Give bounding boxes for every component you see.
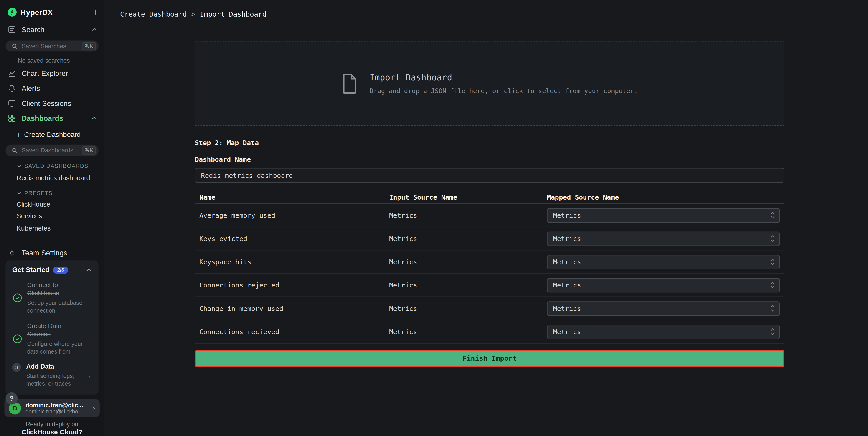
mapped-source-select[interactable]: Metrics (547, 301, 780, 316)
import-dashboard-content: Import Dashboard Drag and drop a JSON fi… (195, 41, 784, 367)
sidebar-item-client-sessions[interactable]: Client Sessions (0, 96, 104, 111)
get-started-item-title: Add Data (26, 362, 80, 371)
row-input-source: Metrics (389, 304, 547, 312)
sidebar-item-chart-explorer[interactable]: Chart Explorer (0, 66, 104, 81)
logo: HyperDX (8, 8, 53, 17)
sidebar-item-label: Dashboards (22, 114, 63, 122)
get-started-item-subtitle: Configure where your data comes from (27, 340, 86, 355)
deploy-banner-line2: ClickHouse Cloud? (0, 428, 104, 436)
dashboards-grid-icon (8, 114, 16, 122)
table-row: Keys evicted Metrics Metrics (195, 227, 784, 250)
row-input-source: Metrics (389, 211, 547, 219)
finish-import-button[interactable]: Finish Import (195, 350, 784, 367)
breadcrumb-current: Import Dashboard (200, 10, 267, 18)
breadcrumb-parent[interactable]: Create Dashboard (120, 10, 187, 18)
saved-dashboards-section-toggle[interactable]: SAVED DASHBOARDS (0, 162, 104, 171)
mapped-source-select[interactable]: Metrics (547, 278, 780, 292)
mapped-source-value: Metrics (553, 304, 581, 312)
sidebar-item-dashboards[interactable]: Dashboards (0, 111, 104, 126)
sidebar-item-search[interactable]: Search (0, 22, 104, 37)
sidebar-item-label: Chart Explorer (22, 69, 68, 78)
dropzone-subtitle: Drag and drop a JSON file here, or click… (370, 87, 638, 95)
get-started-item-sources[interactable]: Create Data Sources Configure where your… (12, 322, 92, 355)
chevron-updown-icon (770, 258, 775, 266)
row-name: Average memory used (195, 211, 389, 219)
get-started-progress-badge: 2/3 (53, 266, 68, 273)
mapped-source-value: Metrics (553, 235, 581, 242)
get-started-item-connect[interactable]: Connect to ClickHouse Set up your databa… (12, 281, 92, 315)
presets-section-toggle[interactable]: PRESETS (0, 188, 104, 198)
check-circle-icon (12, 281, 22, 315)
collapse-sidebar-icon[interactable] (88, 8, 96, 16)
saved-searches-input[interactable]: Saved Searches ⌘K (5, 40, 98, 52)
user-texts: dominic.tran@clic... dominic.tran@clickh… (26, 402, 88, 414)
user-name: dominic.tran@clic... (26, 402, 88, 408)
deploy-banner-line1: Ready to deploy on (0, 420, 104, 427)
chevron-updown-icon (770, 234, 775, 242)
get-started-item-add-data[interactable]: 3 Add Data Start sending logs, metrics, … (12, 362, 92, 388)
chevron-up-icon (91, 27, 97, 33)
chevron-up-icon (86, 267, 92, 273)
table-row: Keyspace hits Metrics Metrics (195, 250, 784, 273)
preset-item-clickhouse[interactable]: ClickHouse (0, 199, 104, 210)
help-button[interactable]: ? (5, 392, 18, 405)
breadcrumb: Create Dashboard > Import Dashboard (120, 10, 267, 18)
step-number-circle: 3 (12, 362, 21, 388)
row-name: Keyspace hits (195, 258, 389, 266)
create-dashboard-button[interactable]: + Create Dashboard (0, 128, 104, 142)
gear-icon (8, 249, 16, 257)
deploy-banner[interactable]: Ready to deploy on ClickHouse Cloud? (0, 420, 104, 436)
chart-icon (8, 69, 16, 78)
no-saved-searches-text: No saved searches (18, 57, 104, 64)
saved-dashboards-placeholder: Saved Dashboards (22, 147, 78, 153)
saved-dashboards-input[interactable]: Saved Dashboards ⌘K (5, 145, 98, 156)
dashboard-name-label: Dashboard Name (195, 156, 784, 164)
app-title: HyperDX (21, 8, 53, 16)
chevron-down-icon (17, 191, 22, 196)
saved-dashboard-item[interactable]: Redis metrics dashboard (0, 172, 104, 183)
main-area: Create Dashboard > Import Dashboard Impo… (104, 0, 868, 436)
preset-item-kubernetes[interactable]: Kubernetes (0, 223, 104, 233)
sidebar-item-team-settings[interactable]: Team Settings (0, 245, 104, 260)
get-started-header[interactable]: Get Started 2/3 (12, 266, 92, 274)
row-input-source: Metrics (389, 281, 547, 289)
table-row: Connections recieved Metrics Metrics (195, 320, 784, 344)
breadcrumb-separator: > (191, 10, 195, 18)
table-row: Connections rejected Metrics Metrics (195, 274, 784, 297)
chevron-right-icon: › (93, 404, 95, 412)
dropzone-title: Import Dashboard (370, 73, 638, 83)
get-started-item-subtitle: Set up your database connection (27, 299, 86, 315)
sidebar-item-label: Client Sessions (22, 99, 71, 108)
dropzone-texts: Import Dashboard Drag and drop a JSON fi… (370, 73, 638, 95)
column-header-input-source: Input Source Name (389, 194, 547, 201)
mapped-source-select[interactable]: Metrics (547, 231, 780, 246)
json-file-dropzone[interactable]: Import Dashboard Drag and drop a JSON fi… (195, 41, 784, 126)
step-label: Step 2: Map Data (195, 139, 784, 147)
user-menu[interactable]: D dominic.tran@clic... dominic.tran@clic… (4, 399, 99, 417)
preset-item-services[interactable]: Services (0, 211, 104, 222)
mapped-source-value: Metrics (553, 281, 581, 289)
mapped-source-select[interactable]: Metrics (547, 324, 780, 339)
arrow-right-icon: → (85, 371, 92, 379)
get-started-item-subtitle: Start sending logs, metrics, or traces (26, 373, 80, 388)
saved-dashboards-section-label: SAVED DASHBOARDS (24, 163, 88, 169)
dashboard-name-input[interactable] (195, 168, 784, 183)
get-started-item-title: Create Data Sources (27, 322, 86, 339)
get-started-title: Get Started (12, 266, 50, 274)
monitor-icon (8, 99, 16, 108)
mapped-source-select[interactable]: Metrics (547, 255, 780, 269)
sidebar: HyperDX Search Saved Searches ⌘K No save… (0, 0, 104, 436)
sidebar-item-alerts[interactable]: Alerts (0, 81, 104, 96)
sidebar-item-label: Team Settings (22, 249, 67, 257)
row-input-source: Metrics (389, 235, 547, 242)
get-started-card: Get Started 2/3 Connect to ClickHouse Se… (5, 261, 98, 395)
mapped-source-value: Metrics (553, 328, 581, 336)
saved-searches-placeholder: Saved Searches (22, 43, 78, 50)
mapped-source-select[interactable]: Metrics (547, 208, 780, 222)
table-row: Average memory used Metrics Metrics (195, 204, 784, 227)
mapping-table: Name Input Source Name Mapped Source Nam… (195, 191, 784, 344)
row-name: Change in memory used (195, 304, 389, 312)
sidebar-item-label: Search (22, 26, 44, 34)
app-window: HyperDX Search Saved Searches ⌘K No save… (0, 0, 868, 436)
row-input-source: Metrics (389, 328, 547, 336)
